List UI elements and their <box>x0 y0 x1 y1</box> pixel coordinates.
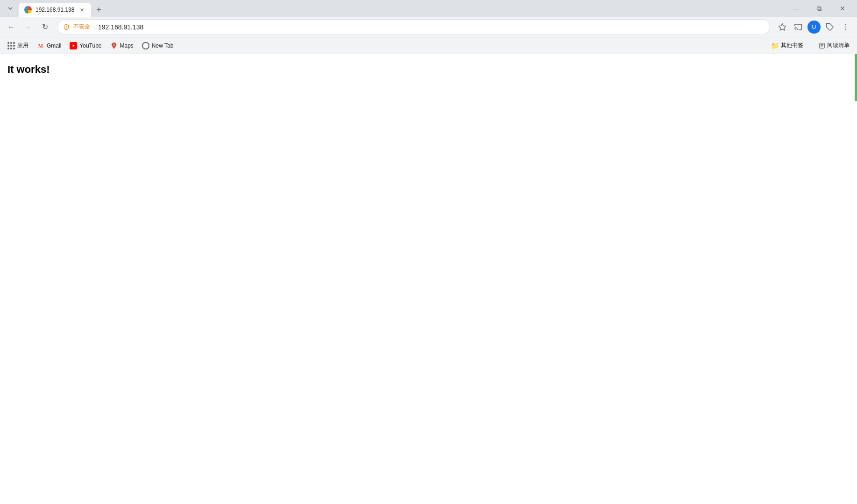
gmail-icon: M <box>37 42 44 49</box>
svg-point-0 <box>66 28 66 28</box>
bookmarks-divider <box>811 41 811 50</box>
extensions-btn[interactable] <box>822 20 837 35</box>
svg-point-4 <box>845 24 846 25</box>
page-content: It works! <box>0 54 857 504</box>
menu-btn[interactable] <box>838 20 853 35</box>
bookmark-apps[interactable]: 应用 <box>4 40 32 51</box>
bookmark-youtube[interactable]: YouTube <box>66 40 105 51</box>
svg-point-5 <box>845 26 846 27</box>
bookmark-youtube-label: YouTube <box>79 42 101 49</box>
bookmark-maps[interactable]: Maps <box>106 40 137 51</box>
address-divider <box>94 23 94 31</box>
profile-avatar: U <box>807 21 821 34</box>
reading-list-label: 阅读清单 <box>827 42 850 49</box>
bookmark-gmail[interactable]: M Gmail <box>33 40 65 51</box>
tab-dropdown-btn[interactable] <box>4 2 17 15</box>
window-controls: — ⧉ ✕ <box>785 0 853 17</box>
nav-right-buttons: U <box>775 20 853 35</box>
bookmark-maps-label: Maps <box>120 42 134 49</box>
other-bookmarks-label: 其他书签 <box>781 42 803 49</box>
title-bar: 192.168.91.138 ✕ + — ⧉ ✕ <box>0 0 857 17</box>
bookmark-apps-label: 应用 <box>17 42 28 49</box>
other-bookmarks[interactable]: 📁 其他书签 <box>767 40 807 51</box>
bookmarks-right: 📁 其他书签 阅读清单 <box>767 40 853 51</box>
maps-icon <box>110 42 118 49</box>
reading-list-icon <box>819 42 825 49</box>
svg-marker-1 <box>779 23 786 30</box>
tab-close-btn[interactable]: ✕ <box>78 6 85 14</box>
close-btn[interactable]: ✕ <box>832 0 853 17</box>
cast-btn[interactable] <box>791 20 806 35</box>
apps-grid-icon <box>7 42 15 49</box>
address-text: 192.168.91.138 <box>98 23 764 31</box>
new-tab-btn[interactable]: + <box>92 3 105 16</box>
svg-point-6 <box>845 29 846 30</box>
minimize-btn[interactable]: — <box>785 0 807 17</box>
security-icon <box>63 24 70 30</box>
back-btn[interactable]: ← <box>4 20 19 35</box>
active-tab[interactable]: 192.168.91.138 ✕ <box>19 3 91 17</box>
page-heading: It works! <box>7 63 850 76</box>
restore-btn[interactable]: ⧉ <box>808 0 830 17</box>
bookmark-star-btn[interactable] <box>775 20 790 35</box>
reading-list[interactable]: 阅读清单 <box>815 40 853 51</box>
bookmarks-bar: 应用 M Gmail YouTube <box>0 37 857 54</box>
forward-btn[interactable]: → <box>21 20 35 35</box>
address-bar[interactable]: 不安全 192.168.91.138 <box>57 19 770 35</box>
tab-title: 192.168.91.138 <box>35 7 74 13</box>
security-label: 不安全 <box>73 23 90 31</box>
reading-mode-indicator <box>855 54 857 101</box>
nav-bar: ← → ↻ 不安全 192.168.91.138 <box>0 17 857 37</box>
profile-btn[interactable]: U <box>807 20 822 35</box>
youtube-icon <box>70 42 77 49</box>
newtab-icon <box>142 42 149 49</box>
bookmark-newtab-label: New Tab <box>152 42 173 49</box>
reload-btn[interactable]: ↻ <box>37 20 52 35</box>
tab-favicon <box>24 6 32 14</box>
folder-icon: 📁 <box>771 42 779 49</box>
tab-strip: 192.168.91.138 ✕ + <box>19 0 783 17</box>
bookmark-newtab[interactable]: New Tab <box>138 40 177 51</box>
bookmark-gmail-label: Gmail <box>47 42 61 49</box>
